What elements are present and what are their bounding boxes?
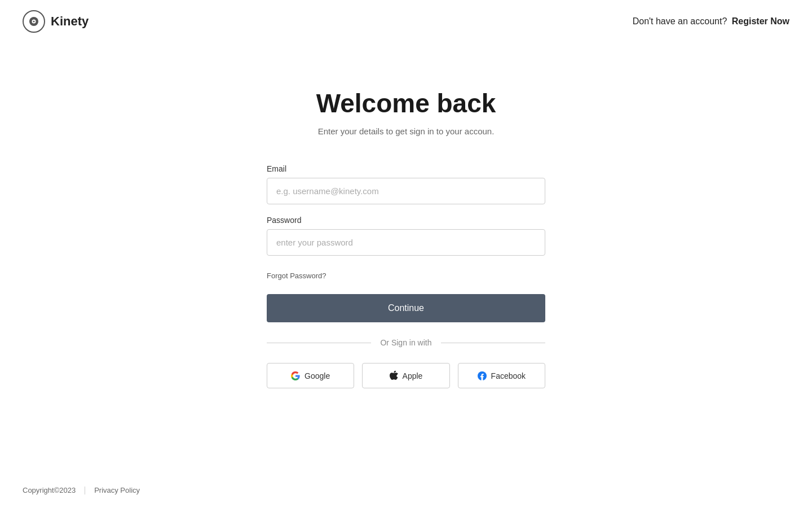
- forgot-password-link[interactable]: Forgot Password?: [267, 271, 326, 280]
- email-group: Email: [267, 164, 545, 204]
- password-label: Password: [267, 216, 545, 225]
- copyright-text: Copyright©2023: [23, 486, 76, 494]
- register-area: Don't have an account? Register Now: [633, 16, 789, 27]
- email-label: Email: [267, 164, 545, 173]
- facebook-label: Facebook: [491, 371, 526, 380]
- header: Kinety Don't have an account? Register N…: [0, 0, 812, 43]
- email-input[interactable]: [267, 178, 545, 204]
- footer: Copyright©2023 Privacy Policy: [0, 472, 812, 508]
- divider-text: Or Sign in with: [380, 338, 431, 347]
- svg-point-3: [33, 21, 35, 23]
- google-label: Google: [304, 371, 330, 380]
- divider: Or Sign in with: [267, 338, 545, 347]
- privacy-policy-link[interactable]: Privacy Policy: [94, 486, 140, 494]
- page-title: Welcome back: [316, 88, 496, 119]
- continue-button[interactable]: Continue: [267, 294, 545, 322]
- logo-area: Kinety: [23, 10, 89, 33]
- facebook-signin-button[interactable]: Facebook: [458, 363, 545, 388]
- apple-icon: [390, 371, 398, 380]
- logo-icon: [23, 10, 45, 33]
- page-subtitle: Enter your details to get sign in to you…: [318, 126, 495, 136]
- facebook-icon: [478, 371, 487, 380]
- google-signin-button[interactable]: Google: [267, 363, 354, 388]
- password-input[interactable]: [267, 229, 545, 256]
- footer-divider: [85, 487, 85, 494]
- social-buttons: Google Apple Facebook: [267, 363, 545, 388]
- password-group: Password: [267, 216, 545, 256]
- apple-signin-button[interactable]: Apple: [362, 363, 449, 388]
- login-form: Email Password Forgot Password? Continue…: [267, 164, 545, 388]
- divider-line-left: [267, 343, 371, 343]
- divider-line-right: [441, 343, 545, 343]
- register-text: Don't have an account? Register Now: [633, 16, 789, 26]
- google-icon: [291, 371, 300, 380]
- logo-name: Kinety: [51, 14, 89, 29]
- main-content: Welcome back Enter your details to get s…: [0, 43, 812, 472]
- apple-label: Apple: [403, 371, 423, 380]
- register-now-link[interactable]: Register Now: [732, 16, 789, 26]
